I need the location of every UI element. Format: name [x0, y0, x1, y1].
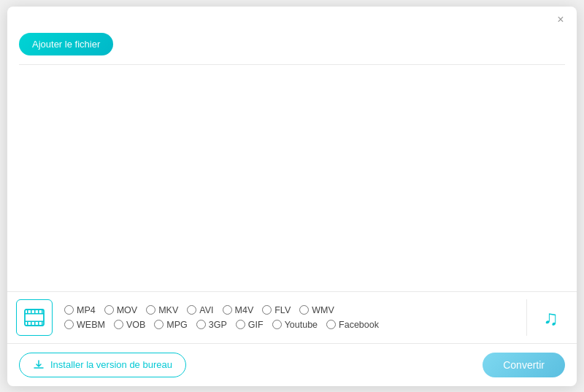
- label-youtube: Youtube: [285, 320, 318, 330]
- radio-webm[interactable]: [64, 320, 74, 329]
- format-mov[interactable]: MOV: [104, 305, 137, 315]
- svg-rect-1: [25, 313, 44, 315]
- format-divider: [526, 299, 527, 336]
- radio-facebook[interactable]: [326, 320, 336, 329]
- svg-rect-3: [27, 310, 28, 313]
- label-webm: WEBM: [77, 320, 105, 330]
- title-bar: ×: [7, 7, 577, 30]
- label-mpg: MPG: [166, 320, 187, 330]
- radio-vob[interactable]: [114, 320, 123, 329]
- radio-m4v[interactable]: [223, 305, 232, 315]
- format-youtube[interactable]: Youtube: [272, 320, 318, 330]
- label-mp4: MP4: [77, 305, 96, 315]
- format-row-1: MP4 MOV MKV AVI M4V: [64, 305, 515, 315]
- format-options: MP4 MOV MKV AVI M4V: [58, 305, 515, 330]
- radio-gif[interactable]: [236, 320, 245, 329]
- install-button[interactable]: Installer la version de bureau: [19, 353, 186, 377]
- format-vob[interactable]: VOB: [114, 320, 145, 330]
- main-window: × Ajouter le fichier: [7, 7, 577, 386]
- download-icon: [33, 359, 45, 371]
- svg-rect-4: [31, 310, 32, 313]
- svg-rect-12: [42, 322, 43, 326]
- format-mp4[interactable]: MP4: [64, 305, 96, 315]
- top-bar: Ajouter le fichier: [7, 30, 577, 64]
- format-flv[interactable]: FLV: [262, 305, 291, 315]
- radio-youtube[interactable]: [272, 320, 282, 329]
- label-flv: FLV: [274, 305, 291, 315]
- radio-flv[interactable]: [262, 305, 272, 315]
- format-3gp[interactable]: 3GP: [196, 320, 227, 330]
- svg-rect-7: [42, 310, 43, 313]
- label-m4v: M4V: [235, 305, 254, 315]
- svg-rect-8: [27, 322, 28, 326]
- format-wmv[interactable]: WMV: [299, 305, 334, 315]
- format-avi[interactable]: AVI: [187, 305, 213, 315]
- label-wmv: WMV: [312, 305, 334, 315]
- music-note-icon: ♫: [542, 306, 565, 329]
- radio-mov[interactable]: [104, 305, 114, 315]
- svg-rect-11: [38, 322, 39, 326]
- svg-rect-9: [31, 322, 32, 326]
- install-label: Installer la version de bureau: [50, 359, 172, 370]
- radio-mpg[interactable]: [154, 320, 164, 329]
- add-file-button[interactable]: Ajouter le fichier: [19, 33, 113, 55]
- label-mov: MOV: [117, 305, 137, 315]
- radio-mp4[interactable]: [64, 305, 74, 315]
- label-3gp: 3GP: [209, 320, 227, 330]
- format-facebook[interactable]: Facebook: [326, 320, 379, 330]
- label-gif: GIF: [248, 320, 264, 330]
- svg-rect-5: [34, 310, 36, 313]
- format-gif[interactable]: GIF: [236, 320, 264, 330]
- label-avi: AVI: [199, 305, 213, 315]
- format-mkv[interactable]: MKV: [146, 305, 178, 315]
- format-m4v[interactable]: M4V: [223, 305, 254, 315]
- svg-rect-6: [38, 310, 39, 313]
- film-icon: [23, 307, 45, 328]
- radio-avi[interactable]: [187, 305, 196, 315]
- format-mpg[interactable]: MPG: [154, 320, 187, 330]
- format-bar: MP4 MOV MKV AVI M4V: [7, 291, 577, 343]
- svg-text:♫: ♫: [543, 307, 558, 329]
- svg-rect-10: [34, 322, 36, 326]
- video-format-icon: [16, 299, 53, 336]
- audio-format-icon[interactable]: ♫: [539, 299, 568, 336]
- radio-wmv[interactable]: [299, 305, 309, 315]
- convert-button[interactable]: Convertir: [483, 353, 565, 377]
- format-row-2: WEBM VOB MPG 3GP GIF: [64, 320, 515, 330]
- label-facebook: Facebook: [339, 320, 379, 330]
- format-webm[interactable]: WEBM: [64, 320, 105, 330]
- radio-3gp[interactable]: [196, 320, 206, 329]
- close-button[interactable]: ×: [553, 12, 568, 27]
- svg-rect-2: [25, 320, 44, 322]
- radio-mkv[interactable]: [146, 305, 155, 315]
- bottom-bar: Installer la version de bureau Convertir: [7, 343, 577, 386]
- label-vob: VOB: [126, 320, 145, 330]
- label-mkv: MKV: [158, 305, 178, 315]
- content-area: [7, 65, 577, 291]
